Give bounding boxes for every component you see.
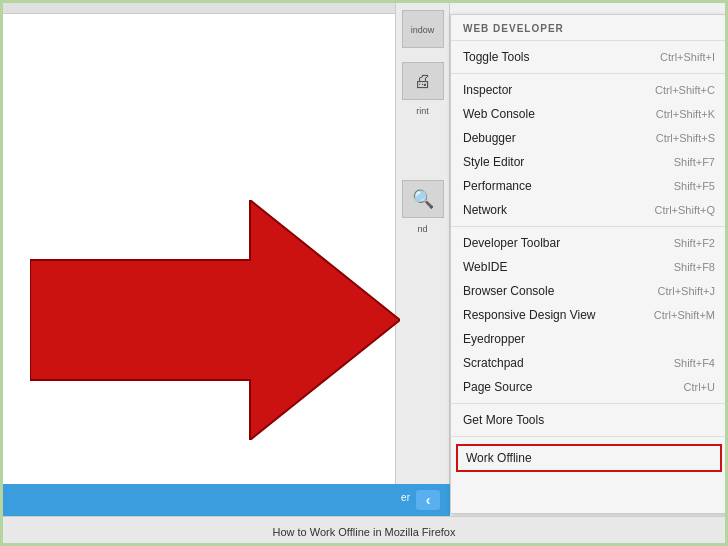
sidebar-item-group-3: 🔍 nd xyxy=(396,176,449,234)
menu-item-label-debugger: Debugger xyxy=(463,131,516,145)
menu-section-devtools: Inspector Ctrl+Shift+C Web Console Ctrl+… xyxy=(451,74,727,227)
sidebar-icon-find: 🔍 xyxy=(402,180,444,218)
menu-item-inspector[interactable]: Inspector Ctrl+Shift+C xyxy=(451,78,727,102)
browser-chrome xyxy=(0,0,450,14)
menu-item-label-webide: WebIDE xyxy=(463,260,507,274)
menu-item-performance[interactable]: Performance Shift+F5 xyxy=(451,174,727,198)
menu-item-label-network: Network xyxy=(463,203,507,217)
arrow-indicator xyxy=(30,200,400,440)
menu-item-shortcut-scratchpad: Shift+F4 xyxy=(674,357,715,369)
menu-item-shortcut-browser-console: Ctrl+Shift+J xyxy=(658,285,715,297)
menu-item-label-toggle-tools: Toggle Tools xyxy=(463,50,530,64)
menu-item-label-browser-console: Browser Console xyxy=(463,284,554,298)
web-developer-menu: Web Developer Toggle Tools Ctrl+Shift+I … xyxy=(450,14,728,514)
menu-item-browser-console[interactable]: Browser Console Ctrl+Shift+J xyxy=(451,279,727,303)
menu-item-network[interactable]: Network Ctrl+Shift+Q xyxy=(451,198,727,222)
menu-item-label-inspector: Inspector xyxy=(463,83,512,97)
sidebar-panel: indow 🖨 rint 🔍 nd xyxy=(395,0,450,490)
menu-item-shortcut-inspector: Ctrl+Shift+C xyxy=(655,84,715,96)
menu-item-style-editor[interactable]: Style Editor Shift+F7 xyxy=(451,150,727,174)
sidebar-icon-window: indow xyxy=(402,10,444,48)
menu-section-toggle: Toggle Tools Ctrl+Shift+I xyxy=(451,41,727,74)
menu-section-offline: Work Offline xyxy=(451,437,727,479)
menu-item-label-get-more-tools: Get More Tools xyxy=(463,413,544,427)
menu-item-shortcut-webide: Shift+F8 xyxy=(674,261,715,273)
menu-item-shortcut-toggle-tools: Ctrl+Shift+I xyxy=(660,51,715,63)
menu-item-eyedropper[interactable]: Eyedropper xyxy=(451,327,727,351)
bottom-caption: How to Work Offline in Mozilla Firefox xyxy=(0,516,728,546)
menu-item-debugger[interactable]: Debugger Ctrl+Shift+S xyxy=(451,126,727,150)
sidebar-icon-print: 🖨 xyxy=(402,62,444,100)
menu-item-developer-toolbar[interactable]: Developer Toolbar Shift+F2 xyxy=(451,231,727,255)
menu-item-get-more-tools[interactable]: Get More Tools xyxy=(451,408,727,432)
menu-item-label-developer-toolbar: Developer Toolbar xyxy=(463,236,560,250)
menu-item-shortcut-web-console: Ctrl+Shift+K xyxy=(656,108,715,120)
svg-marker-0 xyxy=(30,200,400,440)
menu-item-shortcut-debugger: Ctrl+Shift+S xyxy=(656,132,715,144)
menu-item-label-performance: Performance xyxy=(463,179,532,193)
sidebar-item-group-1: indow xyxy=(396,6,449,52)
menu-item-label-web-console: Web Console xyxy=(463,107,535,121)
blue-bar: ‹ er xyxy=(0,484,450,516)
menu-item-scratchpad[interactable]: Scratchpad Shift+F4 xyxy=(451,351,727,375)
menu-section-more: Developer Toolbar Shift+F2 WebIDE Shift+… xyxy=(451,227,727,404)
menu-item-web-console[interactable]: Web Console Ctrl+Shift+K xyxy=(451,102,727,126)
menu-item-shortcut-network: Ctrl+Shift+Q xyxy=(654,204,715,216)
menu-header: Web Developer xyxy=(451,15,727,41)
menu-item-label-responsive-design: Responsive Design View xyxy=(463,308,596,322)
sidebar-item-group-2: 🖨 rint xyxy=(396,58,449,116)
menu-item-label-work-offline: Work Offline xyxy=(466,451,532,465)
menu-item-shortcut-style-editor: Shift+F7 xyxy=(674,156,715,168)
sidebar-label-print: rint xyxy=(416,106,429,116)
menu-item-shortcut-performance: Shift+F5 xyxy=(674,180,715,192)
menu-item-work-offline[interactable]: Work Offline xyxy=(456,444,722,472)
menu-item-page-source[interactable]: Page Source Ctrl+U xyxy=(451,375,727,399)
caption-text: How to Work Offline in Mozilla Firefox xyxy=(273,526,456,538)
menu-item-toggle-tools[interactable]: Toggle Tools Ctrl+Shift+I xyxy=(451,45,727,69)
menu-item-responsive-design[interactable]: Responsive Design View Ctrl+Shift+M xyxy=(451,303,727,327)
menu-item-shortcut-developer-toolbar: Shift+F2 xyxy=(674,237,715,249)
menu-item-shortcut-page-source: Ctrl+U xyxy=(684,381,715,393)
menu-item-label-page-source: Page Source xyxy=(463,380,532,394)
menu-section-get-more: Get More Tools xyxy=(451,404,727,437)
menu-item-label-eyedropper: Eyedropper xyxy=(463,332,525,346)
sidebar-label-find: nd xyxy=(417,224,427,234)
menu-item-shortcut-responsive-design: Ctrl+Shift+M xyxy=(654,309,715,321)
menu-item-label-style-editor: Style Editor xyxy=(463,155,524,169)
menu-item-webide[interactable]: WebIDE Shift+F8 xyxy=(451,255,727,279)
menu-item-label-scratchpad: Scratchpad xyxy=(463,356,524,370)
